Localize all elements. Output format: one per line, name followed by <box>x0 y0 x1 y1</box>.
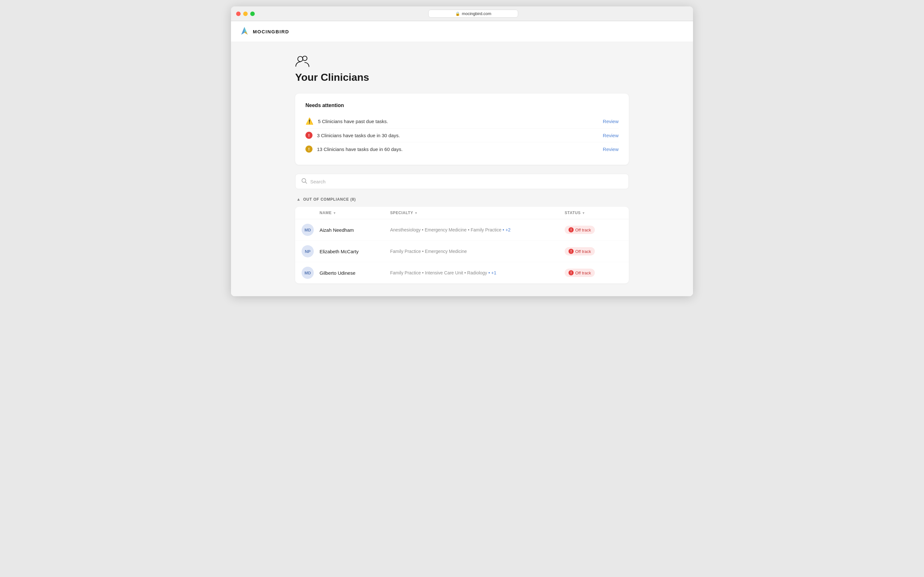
clinician-name: Elizabeth McCarty <box>320 249 390 254</box>
attention-card: Needs attention ⚠️ 5 Clinicians have pas… <box>295 93 629 165</box>
review-link-2[interactable]: Review <box>603 133 619 138</box>
svg-point-4 <box>302 56 307 61</box>
avatar: MD <box>302 224 314 236</box>
table-row[interactable]: NP Elizabeth McCarty Family Practice • E… <box>295 241 629 262</box>
status-badge: ! Off track <box>565 269 595 277</box>
status-badge-dot: ! <box>569 270 573 276</box>
browser-window: 🔒 mocingbird.com MOCINGBIRD <box>231 6 693 296</box>
col-header-specialty[interactable]: SPECIALTY ▼ <box>390 211 565 215</box>
clinicians-table: NAME ▼ SPECIALTY ▼ STATUS ▼ MD <box>295 207 629 284</box>
clinician-name: Aizah Needham <box>320 227 390 233</box>
attention-text-1: 5 Clinicians have past due tasks. <box>318 119 603 124</box>
svg-point-5 <box>302 179 306 182</box>
section-header: ▲ OUT OF COMPLIANCE (8) <box>295 197 629 201</box>
lock-icon: 🔒 <box>455 11 460 16</box>
svg-point-3 <box>298 56 303 61</box>
attention-row-1: ⚠️ 5 Clinicians have past due tasks. Rev… <box>305 114 619 129</box>
table-row[interactable]: MD Gilberto Udinese Family Practice • In… <box>295 262 629 284</box>
traffic-lights <box>236 11 255 16</box>
page-header: Your Clinicians <box>295 55 629 83</box>
search-container <box>295 174 629 189</box>
attention-text-2: 3 Clinicians have tasks due in 30 days. <box>317 133 603 138</box>
status-badge-dot: ! <box>569 227 573 232</box>
svg-marker-1 <box>241 27 244 35</box>
status-sort-icon: ▼ <box>582 211 586 215</box>
search-input[interactable] <box>310 179 623 184</box>
name-sort-icon: ▼ <box>333 211 336 215</box>
logo-text: MOCINGBIRD <box>253 29 289 34</box>
review-link-1[interactable]: Review <box>603 119 619 124</box>
clinician-name: Gilberto Udinese <box>320 270 390 276</box>
attention-card-title: Needs attention <box>305 103 619 108</box>
status-badge-dot: ! <box>569 249 573 254</box>
traffic-light-green[interactable] <box>250 11 255 16</box>
specialty-more: • +2 <box>503 227 511 232</box>
main-area: Your Clinicians Needs attention ⚠️ 5 Cli… <box>231 42 693 296</box>
address-pill[interactable]: 🔒 mocingbird.com <box>428 10 518 18</box>
review-link-3[interactable]: Review <box>603 147 619 152</box>
status-cell: ! Off track <box>565 226 622 234</box>
svg-line-6 <box>305 182 307 183</box>
traffic-light-yellow[interactable] <box>243 11 248 16</box>
specialty-text: Family Practice • Intensive Care Unit • … <box>390 270 565 276</box>
specialty-text: Family Practice • Emergency Medicine <box>390 249 565 254</box>
top-nav: MOCINGBIRD <box>231 21 693 42</box>
logo-icon <box>239 26 250 37</box>
section-label: OUT OF COMPLIANCE (8) <box>303 197 356 201</box>
avatar: MD <box>302 267 314 279</box>
page-title: Your Clinicians <box>295 71 629 83</box>
col-header-name[interactable]: NAME ▼ <box>320 211 390 215</box>
page-content: MOCINGBIRD Your Clinicians Needs <box>231 21 693 296</box>
logo-area[interactable]: MOCINGBIRD <box>239 26 289 37</box>
status-cell: ! Off track <box>565 269 622 277</box>
browser-chrome: 🔒 mocingbird.com <box>231 6 693 21</box>
avatar: NP <box>302 245 314 258</box>
attention-row-2: ! 3 Clinicians have tasks due in 30 days… <box>305 129 619 142</box>
clinicians-icon <box>295 55 629 69</box>
status-badge: ! Off track <box>565 247 595 255</box>
alert-icon-past-due: ⚠️ <box>305 117 313 125</box>
traffic-light-red[interactable] <box>236 11 241 16</box>
table-row[interactable]: MD Aizah Needham Anesthesiology • Emerge… <box>295 219 629 241</box>
alert-icon-60-days: ! <box>305 145 312 153</box>
table-header-row: NAME ▼ SPECIALTY ▼ STATUS ▼ <box>295 207 629 219</box>
attention-text-3: 13 Clinicians have tasks due in 60 days. <box>317 147 603 152</box>
address-bar: 🔒 mocingbird.com <box>258 10 688 18</box>
status-badge: ! Off track <box>565 226 595 234</box>
col-header-status[interactable]: STATUS ▼ <box>565 211 622 215</box>
status-cell: ! Off track <box>565 247 622 255</box>
section-arrow-icon: ▲ <box>296 197 300 201</box>
specialty-text: Anesthesiology • Emergency Medicine • Fa… <box>390 227 565 232</box>
url-text: mocingbird.com <box>462 11 491 16</box>
specialty-sort-icon: ▼ <box>415 211 418 215</box>
alert-icon-30-days: ! <box>305 132 312 139</box>
attention-row-3: ! 13 Clinicians have tasks due in 60 day… <box>305 142 619 156</box>
search-icon <box>301 178 307 185</box>
specialty-more: • +1 <box>488 270 496 276</box>
